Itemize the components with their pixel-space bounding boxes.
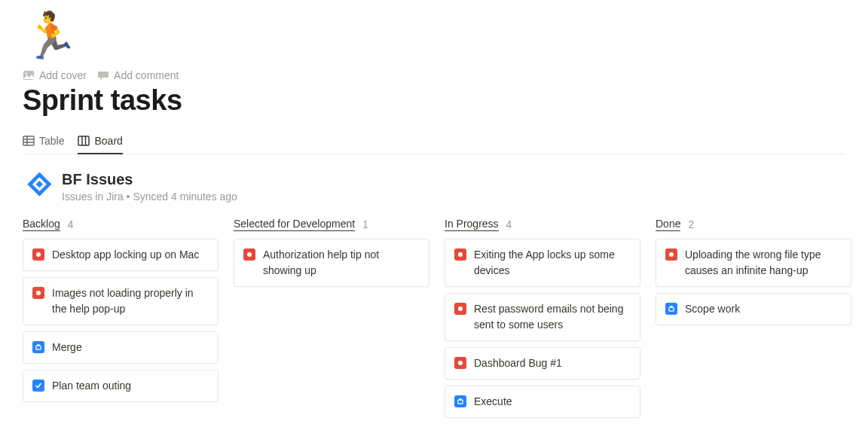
svg-rect-17 [669, 307, 674, 311]
column-header[interactable]: Selected for Development1 [234, 218, 429, 231]
card-title: Rest password emails not being sent to s… [474, 301, 631, 333]
bug-icon [454, 248, 466, 261]
add-comment-button[interactable]: Add comment [97, 69, 179, 81]
board-card[interactable]: Dashboard Bug #1 [445, 347, 640, 380]
board: Backlog4Desktop app locking up on MacIma… [23, 218, 845, 424]
column-title: Backlog [23, 218, 60, 231]
table-icon [23, 135, 35, 147]
image-icon [23, 69, 35, 81]
card-title: Scope work [685, 301, 842, 317]
column-header[interactable]: Backlog4 [23, 218, 219, 231]
column-count: 1 [362, 218, 368, 230]
tab-table[interactable]: Table [23, 130, 64, 154]
card-title: Images not loading properly in the help … [52, 285, 209, 317]
svg-point-1 [26, 73, 27, 75]
board-card[interactable]: Rest password emails not being sent to s… [445, 293, 640, 341]
card-title: Desktop app locking up on Mac [52, 247, 209, 263]
svg-rect-2 [23, 136, 34, 145]
column-title: Selected for Development [234, 218, 355, 231]
page-title: Sprint tasks [23, 84, 845, 117]
task-icon [32, 341, 44, 353]
tab-table-label: Table [39, 135, 64, 147]
column-count: 4 [68, 218, 74, 230]
task-icon [665, 303, 677, 315]
board-card[interactable]: Authorization help tip not showing up [234, 239, 429, 287]
card-title: Authorization help tip not showing up [263, 247, 420, 279]
bug-icon [454, 357, 466, 369]
board-card[interactable]: Desktop app locking up on Mac [23, 239, 219, 271]
column-title: In Progress [445, 218, 499, 231]
board-card[interactable]: Scope work [656, 293, 851, 325]
board-column: Done2Uploading the wrong file type cause… [656, 218, 851, 424]
board-column: Selected for Development1Authorization h… [234, 218, 429, 424]
column-header[interactable]: In Progress4 [445, 218, 640, 231]
board-column: In Progress4Exiting the App locks up som… [445, 218, 640, 424]
bug-icon [32, 248, 44, 261]
runner-emoji-icon: 🏃 [23, 14, 79, 59]
column-count: 4 [506, 218, 512, 230]
board-card[interactable]: Exiting the App locks up some devices [445, 239, 640, 287]
card-title: Dashboard Bug #1 [474, 355, 631, 371]
db-header: BF Issues Issues in Jira • Synced 4 minu… [23, 169, 845, 204]
svg-rect-6 [78, 136, 89, 145]
board-card[interactable]: Plan team outing [23, 370, 219, 402]
card-title: Exiting the App locks up some devices [474, 247, 631, 279]
bug-icon [32, 287, 44, 299]
jira-logo-icon [23, 172, 51, 201]
column-title: Done [656, 218, 680, 231]
page-root: 🏃 Add cover Add comment Sprint tasks Tab… [0, 0, 868, 436]
card-title: Merge [52, 340, 209, 355]
add-cover-label: Add cover [39, 69, 87, 81]
card-title: Execute [474, 394, 631, 410]
bug-icon [243, 248, 255, 261]
board-column: Backlog4Desktop app locking up on MacIma… [23, 218, 219, 424]
board-card[interactable]: Execute [445, 386, 640, 418]
column-header[interactable]: Done2 [656, 218, 851, 231]
svg-rect-13 [36, 346, 41, 349]
tab-board-label: Board [94, 135, 122, 147]
task-check-icon [32, 380, 44, 392]
tab-board[interactable]: Board [78, 130, 122, 154]
page-icon[interactable]: 🏃 [23, 9, 77, 63]
add-comment-label: Add comment [114, 69, 179, 81]
page-meta-actions: Add cover Add comment [23, 69, 845, 81]
view-tabs: Table Board [23, 130, 845, 154]
column-count: 2 [688, 218, 694, 230]
card-title: Plan team outing [52, 378, 209, 394]
db-subtitle: Issues in Jira • Synced 4 minutes ago [62, 190, 237, 204]
board-card[interactable]: Merge [23, 331, 219, 364]
bug-icon [454, 303, 466, 315]
add-cover-button[interactable]: Add cover [23, 69, 87, 81]
board-card[interactable]: Images not loading properly in the help … [23, 277, 219, 325]
svg-rect-15 [458, 400, 463, 404]
task-icon [454, 395, 466, 407]
board-icon [78, 135, 90, 147]
card-title: Uploading the wrong file type causes an … [685, 247, 842, 279]
db-title[interactable]: BF Issues [62, 169, 237, 190]
bug-icon [665, 248, 677, 261]
board-card[interactable]: Uploading the wrong file type causes an … [656, 239, 851, 287]
comment-icon [97, 69, 109, 81]
db-title-block: BF Issues Issues in Jira • Synced 4 minu… [62, 169, 237, 204]
